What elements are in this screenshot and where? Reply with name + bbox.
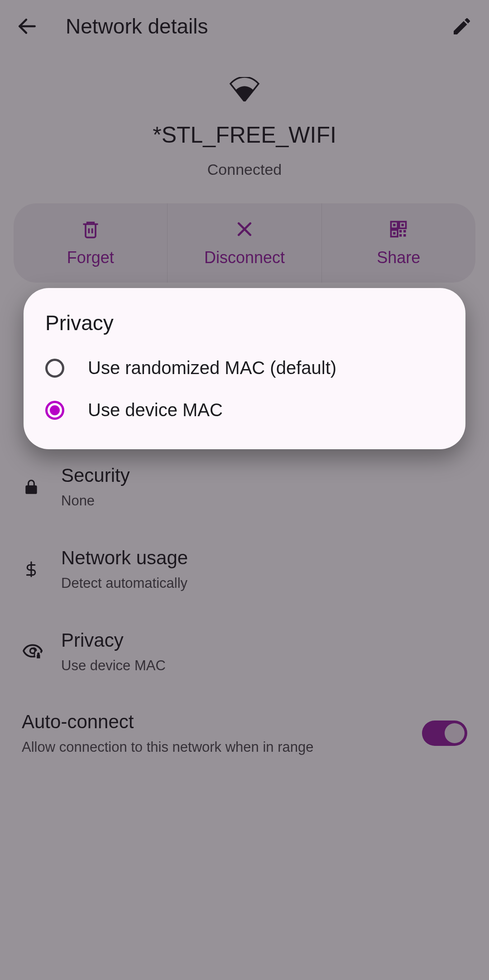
dialog-title: Privacy xyxy=(24,311,465,347)
privacy-option-device[interactable]: Use device MAC xyxy=(24,389,465,431)
option-label-randomized: Use randomized MAC (default) xyxy=(88,358,336,378)
radio-selected-icon xyxy=(45,401,64,420)
radio-unselected-icon xyxy=(45,359,64,378)
dialog-scrim[interactable] xyxy=(0,0,489,980)
privacy-dialog: Privacy Use randomized MAC (default) Use… xyxy=(24,288,465,449)
privacy-option-randomized[interactable]: Use randomized MAC (default) xyxy=(24,347,465,389)
option-label-device: Use device MAC xyxy=(88,400,223,420)
